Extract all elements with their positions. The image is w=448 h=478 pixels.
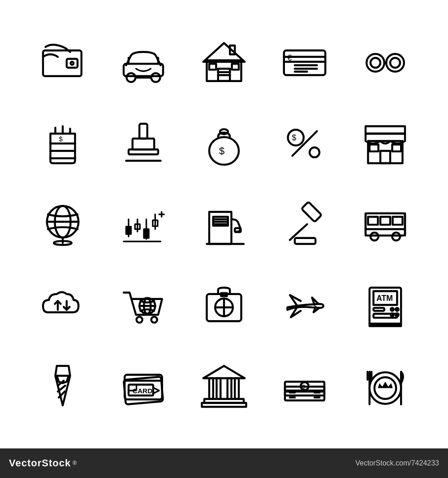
svg-rect-1 bbox=[67, 59, 78, 68]
car-icon bbox=[103, 22, 184, 103]
bus-icon bbox=[345, 184, 426, 265]
svg-rect-126 bbox=[217, 378, 221, 399]
svg-text:€: € bbox=[288, 53, 292, 62]
svg-marker-142 bbox=[378, 382, 393, 388]
footer-registered: ® bbox=[73, 460, 77, 466]
svg-text:$: $ bbox=[59, 135, 63, 143]
svg-point-45 bbox=[310, 148, 319, 157]
gas-station-icon bbox=[184, 184, 264, 265]
house-icon bbox=[184, 22, 264, 103]
icons-grid: € bbox=[22, 22, 426, 426]
wallet-icon bbox=[22, 22, 103, 103]
store-icon bbox=[345, 103, 426, 184]
svg-rect-83 bbox=[368, 217, 378, 225]
svg-text:$: $ bbox=[302, 383, 305, 390]
svg-rect-11 bbox=[209, 64, 216, 70]
svg-rect-77 bbox=[235, 228, 241, 232]
svg-point-108 bbox=[391, 308, 394, 311]
footer-logo: VectorStock ® bbox=[9, 457, 77, 469]
svg-point-5 bbox=[151, 73, 160, 82]
svg-point-97 bbox=[151, 317, 157, 322]
gavel-icon bbox=[264, 184, 345, 265]
footer-bar: VectorStock ® VectorStock.com/7424233 bbox=[0, 448, 448, 478]
svg-rect-49 bbox=[380, 151, 390, 164]
svg-rect-12 bbox=[232, 64, 239, 70]
tie-icon bbox=[22, 345, 103, 426]
cash-stack-icon: $ bbox=[264, 345, 345, 426]
svg-rect-48 bbox=[366, 126, 405, 134]
svg-text:$: $ bbox=[219, 145, 224, 156]
svg-marker-9 bbox=[203, 43, 245, 62]
svg-rect-51 bbox=[392, 144, 401, 151]
candlestick-chart-icon bbox=[103, 184, 184, 265]
svg-text:ATM: ATM bbox=[376, 294, 393, 303]
svg-rect-81 bbox=[295, 238, 315, 244]
svg-rect-36 bbox=[133, 139, 154, 149]
svg-rect-128 bbox=[235, 378, 239, 399]
svg-text:$: $ bbox=[292, 133, 296, 142]
stamp-icon bbox=[103, 103, 184, 184]
trash-money-icon: $ bbox=[22, 103, 103, 184]
svg-point-25 bbox=[370, 58, 380, 68]
main-area: € bbox=[0, 0, 448, 448]
svg-point-110 bbox=[391, 313, 394, 317]
bank-icon bbox=[184, 345, 264, 426]
svg-rect-84 bbox=[380, 217, 390, 225]
money-bag-icon: $ bbox=[184, 103, 264, 184]
atm-icon: ATM bbox=[345, 265, 426, 345]
svg-rect-79 bbox=[302, 202, 322, 222]
svg-point-96 bbox=[137, 317, 142, 322]
shopping-cart-globe-icon bbox=[103, 265, 184, 345]
camera-passport-icon bbox=[184, 265, 264, 345]
svg-marker-124 bbox=[203, 366, 245, 378]
svg-rect-125 bbox=[209, 378, 213, 399]
svg-rect-127 bbox=[228, 378, 232, 399]
footer-url: VectorStock.com/7424233 bbox=[355, 459, 439, 467]
globe-icon bbox=[22, 184, 103, 265]
svg-rect-37 bbox=[129, 149, 158, 154]
svg-rect-64 bbox=[144, 229, 149, 238]
svg-point-26 bbox=[390, 58, 400, 68]
svg-rect-50 bbox=[370, 144, 379, 151]
footer-logo-text: VectorStock bbox=[9, 457, 71, 469]
card-icon: CARD bbox=[103, 345, 184, 426]
percent-icon: $ bbox=[264, 103, 345, 184]
svg-point-109 bbox=[396, 308, 399, 311]
svg-point-23 bbox=[366, 54, 384, 72]
svg-point-111 bbox=[396, 313, 399, 317]
svg-rect-106 bbox=[374, 308, 384, 311]
svg-point-4 bbox=[127, 73, 136, 82]
svg-rect-130 bbox=[202, 403, 246, 407]
svg-rect-58 bbox=[126, 227, 131, 235]
svg-rect-85 bbox=[393, 217, 403, 225]
svg-point-24 bbox=[386, 54, 404, 72]
cloud-sync-icon bbox=[22, 265, 103, 345]
handcuffs-icon bbox=[345, 22, 426, 103]
dining-icon bbox=[345, 345, 426, 426]
svg-point-2 bbox=[71, 62, 74, 65]
airplane-icon bbox=[264, 265, 345, 345]
credit-card-euro-icon: € bbox=[264, 22, 345, 103]
svg-rect-35 bbox=[139, 124, 147, 139]
